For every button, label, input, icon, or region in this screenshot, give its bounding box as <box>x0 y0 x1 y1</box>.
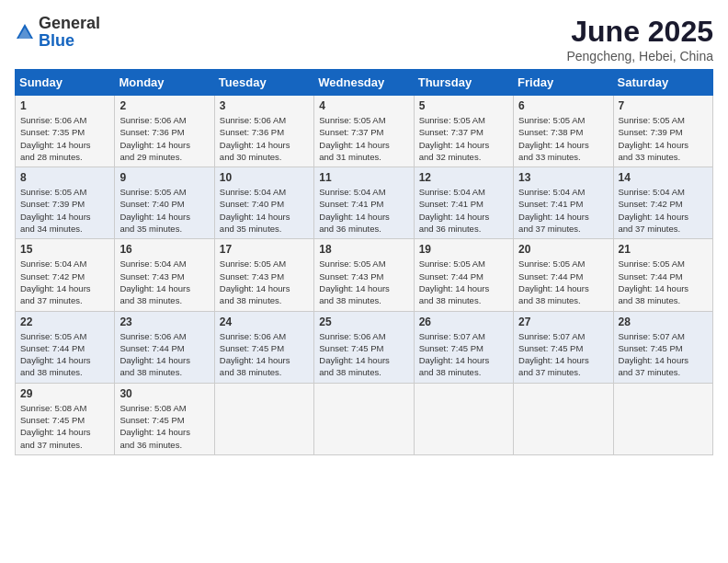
calendar-cell: 8 Sunrise: 5:05 AM Sunset: 7:39 PM Dayli… <box>16 167 115 239</box>
day-number: 28 <box>619 316 708 328</box>
header-friday: Friday <box>514 70 613 96</box>
day-number: 17 <box>220 243 309 256</box>
header: General Blue June 2025 Pengcheng, Hebei,… <box>15 15 713 63</box>
day-number: 16 <box>119 243 209 256</box>
week-row-5: 29 Sunrise: 5:08 AM Sunset: 7:45 PM Dayl… <box>16 383 713 454</box>
day-info: Sunrise: 5:05 AM Sunset: 7:40 PM Dayligh… <box>119 187 190 234</box>
calendar-cell: 6 Sunrise: 5:05 AM Sunset: 7:38 PM Dayli… <box>514 96 613 167</box>
day-number: 22 <box>20 316 109 328</box>
header-tuesday: Tuesday <box>214 70 313 96</box>
calendar-cell: 27 Sunrise: 5:07 AM Sunset: 7:45 PM Dayl… <box>514 311 613 383</box>
calendar-cell: 30 Sunrise: 5:08 AM Sunset: 7:45 PM Dayl… <box>115 383 214 454</box>
day-info: Sunrise: 5:05 AM Sunset: 7:37 PM Dayligh… <box>419 115 490 162</box>
calendar-cell: 19 Sunrise: 5:05 AM Sunset: 7:44 PM Dayl… <box>414 239 513 311</box>
day-info: Sunrise: 5:06 AM Sunset: 7:44 PM Dayligh… <box>119 331 190 378</box>
day-number: 8 <box>20 171 109 184</box>
calendar-cell: 1 Sunrise: 5:06 AM Sunset: 7:35 PM Dayli… <box>16 96 115 167</box>
calendar-cell: 7 Sunrise: 5:05 AM Sunset: 7:39 PM Dayli… <box>613 96 712 167</box>
calendar-cell: 13 Sunrise: 5:04 AM Sunset: 7:41 PM Dayl… <box>514 167 613 239</box>
calendar-cell: 10 Sunrise: 5:04 AM Sunset: 7:40 PM Dayl… <box>214 167 313 239</box>
day-info: Sunrise: 5:04 AM Sunset: 7:41 PM Dayligh… <box>419 187 490 234</box>
day-info: Sunrise: 5:07 AM Sunset: 7:45 PM Dayligh… <box>419 331 490 378</box>
day-number: 7 <box>619 99 708 112</box>
day-info: Sunrise: 5:05 AM Sunset: 7:43 PM Dayligh… <box>220 259 290 305</box>
day-info: Sunrise: 5:04 AM Sunset: 7:41 PM Dayligh… <box>518 187 589 234</box>
calendar-cell: 15 Sunrise: 5:04 AM Sunset: 7:42 PM Dayl… <box>16 239 115 311</box>
logo-text-general: General <box>39 14 100 32</box>
calendar-cell: 2 Sunrise: 5:06 AM Sunset: 7:36 PM Dayli… <box>115 96 214 167</box>
day-info: Sunrise: 5:04 AM Sunset: 7:42 PM Dayligh… <box>619 187 689 234</box>
day-number: 6 <box>518 99 608 112</box>
day-info: Sunrise: 5:05 AM Sunset: 7:44 PM Dayligh… <box>619 259 689 305</box>
day-info: Sunrise: 5:05 AM Sunset: 7:44 PM Dayligh… <box>419 259 490 305</box>
day-number: 23 <box>119 316 209 328</box>
header-saturday: Saturday <box>613 70 712 96</box>
day-number: 5 <box>419 99 508 112</box>
day-info: Sunrise: 5:07 AM Sunset: 7:45 PM Dayligh… <box>619 331 689 378</box>
day-number: 29 <box>20 387 109 400</box>
day-info: Sunrise: 5:05 AM Sunset: 7:37 PM Dayligh… <box>319 115 390 162</box>
calendar-cell: 18 Sunrise: 5:05 AM Sunset: 7:43 PM Dayl… <box>314 239 414 311</box>
day-number: 10 <box>220 171 309 184</box>
day-info: Sunrise: 5:05 AM Sunset: 7:44 PM Dayligh… <box>518 259 589 305</box>
day-info: Sunrise: 5:06 AM Sunset: 7:36 PM Dayligh… <box>119 115 190 162</box>
day-number: 12 <box>419 171 508 184</box>
day-number: 20 <box>518 243 608 256</box>
day-info: Sunrise: 5:05 AM Sunset: 7:38 PM Dayligh… <box>518 115 589 162</box>
calendar-cell: 9 Sunrise: 5:05 AM Sunset: 7:40 PM Dayli… <box>115 167 214 239</box>
calendar-cell: 16 Sunrise: 5:04 AM Sunset: 7:43 PM Dayl… <box>115 239 214 311</box>
day-number: 30 <box>119 387 209 400</box>
day-number: 1 <box>20 99 109 112</box>
day-info: Sunrise: 5:04 AM Sunset: 7:42 PM Dayligh… <box>20 259 91 305</box>
calendar-cell <box>314 383 414 454</box>
header-wednesday: Wednesday <box>314 70 414 96</box>
calendar-cell: 4 Sunrise: 5:05 AM Sunset: 7:37 PM Dayli… <box>314 96 414 167</box>
day-info: Sunrise: 5:05 AM Sunset: 7:43 PM Dayligh… <box>319 259 390 305</box>
weekday-header-row: Sunday Monday Tuesday Wednesday Thursday… <box>16 70 713 96</box>
calendar-cell: 12 Sunrise: 5:04 AM Sunset: 7:41 PM Dayl… <box>414 167 513 239</box>
day-info: Sunrise: 5:05 AM Sunset: 7:44 PM Dayligh… <box>20 331 91 378</box>
subtitle: Pengcheng, Hebei, China <box>566 49 713 63</box>
calendar-cell: 14 Sunrise: 5:04 AM Sunset: 7:42 PM Dayl… <box>613 167 712 239</box>
calendar-cell: 29 Sunrise: 5:08 AM Sunset: 7:45 PM Dayl… <box>16 383 115 454</box>
header-sunday: Sunday <box>16 70 115 96</box>
calendar-cell <box>414 383 513 454</box>
day-info: Sunrise: 5:06 AM Sunset: 7:45 PM Dayligh… <box>319 331 390 378</box>
calendar-cell: 24 Sunrise: 5:06 AM Sunset: 7:45 PM Dayl… <box>214 311 313 383</box>
day-info: Sunrise: 5:08 AM Sunset: 7:45 PM Dayligh… <box>20 403 91 450</box>
day-number: 4 <box>319 99 408 112</box>
day-number: 27 <box>518 316 608 328</box>
day-number: 19 <box>419 243 508 256</box>
week-row-3: 15 Sunrise: 5:04 AM Sunset: 7:42 PM Dayl… <box>16 239 713 311</box>
day-number: 24 <box>220 316 309 328</box>
day-number: 18 <box>319 243 408 256</box>
day-number: 14 <box>619 171 708 184</box>
header-thursday: Thursday <box>414 70 513 96</box>
day-number: 11 <box>319 171 408 184</box>
calendar-cell <box>613 383 712 454</box>
week-row-4: 22 Sunrise: 5:05 AM Sunset: 7:44 PM Dayl… <box>16 311 713 383</box>
calendar-cell <box>214 383 313 454</box>
day-number: 2 <box>119 99 209 112</box>
day-info: Sunrise: 5:05 AM Sunset: 7:39 PM Dayligh… <box>20 187 91 234</box>
calendar-cell: 25 Sunrise: 5:06 AM Sunset: 7:45 PM Dayl… <box>314 311 414 383</box>
day-number: 26 <box>419 316 508 328</box>
calendar: Sunday Monday Tuesday Wednesday Thursday… <box>15 69 713 455</box>
logo: General Blue <box>15 15 100 50</box>
day-number: 25 <box>319 316 408 328</box>
day-number: 9 <box>119 171 209 184</box>
logo-text-blue: Blue <box>39 31 74 50</box>
calendar-cell: 23 Sunrise: 5:06 AM Sunset: 7:44 PM Dayl… <box>115 311 214 383</box>
calendar-cell: 11 Sunrise: 5:04 AM Sunset: 7:41 PM Dayl… <box>314 167 414 239</box>
day-number: 3 <box>220 99 309 112</box>
header-monday: Monday <box>115 70 214 96</box>
day-info: Sunrise: 5:05 AM Sunset: 7:39 PM Dayligh… <box>619 115 689 162</box>
day-number: 15 <box>20 243 109 256</box>
day-info: Sunrise: 5:06 AM Sunset: 7:35 PM Dayligh… <box>20 115 91 162</box>
day-info: Sunrise: 5:04 AM Sunset: 7:40 PM Dayligh… <box>220 187 290 234</box>
calendar-cell: 17 Sunrise: 5:05 AM Sunset: 7:43 PM Dayl… <box>214 239 313 311</box>
calendar-cell: 22 Sunrise: 5:05 AM Sunset: 7:44 PM Dayl… <box>16 311 115 383</box>
day-info: Sunrise: 5:08 AM Sunset: 7:45 PM Dayligh… <box>119 403 190 450</box>
calendar-cell: 5 Sunrise: 5:05 AM Sunset: 7:37 PM Dayli… <box>414 96 513 167</box>
calendar-cell: 21 Sunrise: 5:05 AM Sunset: 7:44 PM Dayl… <box>613 239 712 311</box>
